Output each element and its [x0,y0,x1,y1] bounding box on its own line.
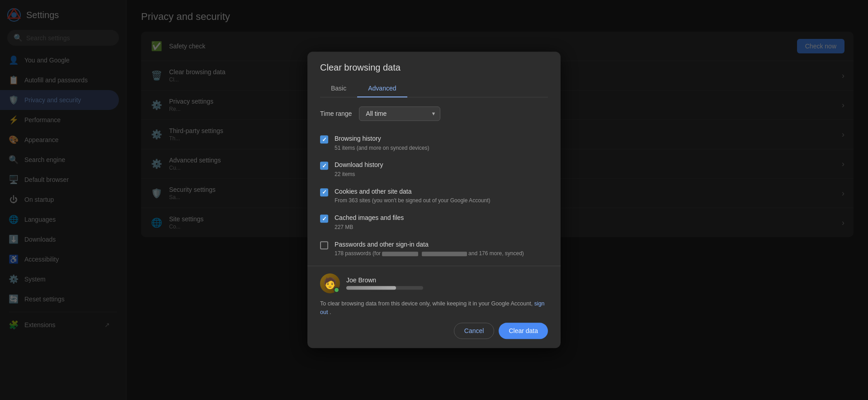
cookies-label: Cookies and other site data [335,187,490,196]
cached-images-text: Cached images and files 227 MB [335,214,404,231]
passwords-checkbox[interactable]: ✓ [320,241,328,249]
download-history-checkbox[interactable]: ✓ [320,162,328,170]
checkbox-download-history: ✓ Download history 22 items [320,157,548,183]
time-range-select[interactable]: All time Last hour Last 24 hours Last 7 … [359,106,440,121]
check-icon-3: ✓ [322,190,327,195]
browsing-history-sublabel: 51 items (and more on synced devices) [335,144,429,152]
checkbox-passwords: ✓ Passwords and other sign-in data 178 p… [320,236,548,262]
cached-images-sublabel: 227 MB [335,224,404,231]
dialog-header: Clear browsing data Basic Advanced [307,52,561,97]
passwords-sublabel: 178 passwords (for and 176 more, synced) [335,250,524,257]
checkbox-cookies: ✓ Cookies and other site data From 363 s… [320,183,548,209]
dialog-title: Clear browsing data [320,62,548,73]
checkbox-browsing-history: ✓ Browsing history 51 items (and more on… [320,130,548,156]
clear-note: To clear browsing data from this device … [320,300,548,317]
user-info: 🧑 Joe Brown [320,273,548,293]
cookies-text: Cookies and other site data From 363 sit… [335,187,490,205]
dialog-actions: Cancel Clear data [320,323,548,339]
passwords-text: Passwords and other sign-in data 178 pas… [335,240,524,257]
browsing-history-checkbox[interactable]: ✓ [320,135,328,143]
user-bar-background [346,286,423,290]
cached-images-checkbox[interactable]: ✓ [320,214,328,223]
user-name: Joe Brown [346,277,423,284]
tab-advanced[interactable]: Advanced [357,80,407,97]
user-bar-fill [346,286,396,290]
passwords-label: Passwords and other sign-in data [335,240,524,249]
check-icon: ✓ [322,137,327,143]
checkbox-cached-images: ✓ Cached images and files 227 MB [320,209,548,235]
cached-images-label: Cached images and files [335,214,404,223]
time-range-select-wrapper: All time Last hour Last 24 hours Last 7 … [359,106,440,121]
download-history-sublabel: 22 items [335,171,383,178]
browsing-history-label: Browsing history [335,134,429,143]
tab-basic[interactable]: Basic [320,80,357,97]
cancel-button[interactable]: Cancel [454,323,495,339]
check-icon-2: ✓ [322,163,327,169]
time-range-row: Time range All time Last hour Last 24 ho… [320,106,548,121]
dialog-body: Time range All time Last hour Last 24 ho… [307,97,561,262]
user-details: Joe Brown [346,277,423,290]
check-icon-4: ✓ [322,216,327,222]
cookies-checkbox[interactable]: ✓ [320,188,328,196]
clear-browsing-dialog: Clear browsing data Basic Advanced Time … [307,52,561,348]
time-range-label: Time range [320,110,352,117]
dialog-footer: 🧑 Joe Brown To clear browsing data from … [307,266,561,348]
download-history-text: Download history 22 items [335,161,383,178]
dialog-tabs: Basic Advanced [320,80,548,97]
avatar-wrap: 🧑 [320,273,340,293]
browsing-history-text: Browsing history 51 items (and more on s… [335,134,429,152]
download-history-label: Download history [335,161,383,170]
user-status-badge [334,287,340,293]
cookies-sublabel: From 363 sites (you won't be signed out … [335,197,490,205]
clear-data-button[interactable]: Clear data [499,323,548,339]
